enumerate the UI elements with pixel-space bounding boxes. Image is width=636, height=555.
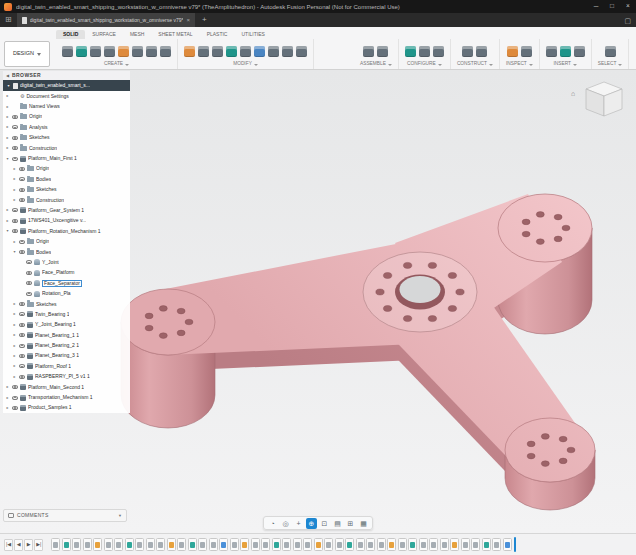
tree-item[interactable]: ▸Sketches <box>3 299 130 309</box>
browser-root-item[interactable]: ▾ digital_twin_enabled_smart_s... <box>3 80 130 91</box>
toolbar-group-label[interactable]: CREATE <box>104 62 129 67</box>
expand-arrow-icon[interactable]: ▸ <box>12 240 17 244</box>
tree-item[interactable]: ▸Platform_Gear_System 1 <box>3 205 130 215</box>
ribbon-tab-sheet-metal[interactable]: SHEET METAL <box>151 30 199 39</box>
tree-item[interactable]: ▸Planet_Bearing_2 1 <box>3 340 130 350</box>
visibility-eye-icon[interactable] <box>12 125 18 129</box>
expand-arrow-icon[interactable]: ▸ <box>12 167 17 171</box>
tool-icon[interactable] <box>560 46 571 57</box>
timeline-feature-icon[interactable] <box>356 538 365 551</box>
expand-arrow-icon[interactable]: ▸ <box>5 115 10 119</box>
browser-collapse-icon[interactable]: ◀ <box>6 74 9 78</box>
visibility-eye-icon[interactable] <box>12 396 18 400</box>
visibility-eye-icon[interactable] <box>12 385 18 389</box>
timeline-feature-icon[interactable] <box>51 538 60 551</box>
tool-icon[interactable] <box>254 46 265 57</box>
visibility-eye-icon[interactable] <box>19 323 25 327</box>
expand-arrow-icon[interactable]: ▸ <box>5 136 10 140</box>
visibility-eye-icon[interactable] <box>12 208 18 212</box>
expand-arrow-icon[interactable]: ▸ <box>12 323 17 327</box>
tool-icon[interactable] <box>377 46 388 57</box>
timeline-feature-icon[interactable] <box>366 538 375 551</box>
timeline-feature-icon[interactable] <box>503 538 512 551</box>
visibility-eye-icon[interactable] <box>12 157 18 161</box>
tool-icon[interactable] <box>76 46 87 57</box>
timeline-feature-icon[interactable] <box>492 538 501 551</box>
minimize-button[interactable]: ─ <box>588 0 604 13</box>
tree-item[interactable]: ▸⚙Document Settings <box>3 91 130 101</box>
toolbar-group-label[interactable]: INSERT <box>554 62 578 67</box>
visibility-eye-icon[interactable] <box>12 146 18 150</box>
ribbon-tab-solid[interactable]: SOLID <box>56 30 85 39</box>
visibility-eye-icon[interactable] <box>12 115 18 119</box>
expand-arrow-icon[interactable]: ▸ <box>5 105 10 109</box>
tree-item[interactable]: ▸Analysis <box>3 122 130 132</box>
timeline-feature-icon[interactable] <box>303 538 312 551</box>
tool-icon[interactable] <box>90 46 101 57</box>
timeline-feature-icon[interactable] <box>188 538 197 551</box>
expand-arrow-icon[interactable]: ▸ <box>5 208 10 212</box>
expand-arrow-icon[interactable]: ▸ <box>12 312 17 316</box>
expand-arrow-icon[interactable]: ▸ <box>5 406 10 410</box>
tool-icon[interactable] <box>462 46 473 57</box>
tree-item[interactable]: ▸Y_Joint_Bearing 1 <box>3 320 130 330</box>
toolbar-group-label[interactable]: MODIFY <box>233 62 258 67</box>
timeline-feature-icon[interactable] <box>209 538 218 551</box>
timeline-feature-icon[interactable] <box>156 538 165 551</box>
timeline-feature-icon[interactable] <box>261 538 270 551</box>
timeline-feature-icon[interactable] <box>198 538 207 551</box>
tool-icon[interactable] <box>198 46 209 57</box>
tab-close-icon[interactable]: × <box>186 17 190 23</box>
timeline-feature-icon[interactable] <box>482 538 491 551</box>
timeline-feature-icon[interactable] <box>272 538 281 551</box>
tool-icon[interactable] <box>146 46 157 57</box>
expand-arrow-icon[interactable]: ▾ <box>6 84 11 88</box>
tree-item[interactable]: ▸Bodies <box>3 174 130 184</box>
expand-arrow-icon[interactable]: ▸ <box>5 94 10 98</box>
tab-overview-icon[interactable]: ▢ <box>624 17 631 24</box>
tree-item[interactable]: ▾Platform_Rotation_Mechanism 1 <box>3 226 130 236</box>
ribbon-tab-plastic[interactable]: PLASTIC <box>200 30 235 39</box>
toolbar-group-label[interactable]: INSPECT <box>506 62 533 67</box>
visibility-eye-icon[interactable] <box>19 344 25 348</box>
tree-item[interactable]: ▸Planet_Bearing_1 1 <box>3 330 130 340</box>
expand-arrow-icon[interactable]: ▸ <box>5 396 10 400</box>
expand-arrow-icon[interactable]: ▸ <box>12 344 17 348</box>
tree-item[interactable]: Y_Joint <box>3 257 130 267</box>
timeline-feature-icon[interactable] <box>104 538 113 551</box>
expand-arrow-icon[interactable]: ▸ <box>12 375 17 379</box>
workspace-selector[interactable]: DESIGN <box>4 41 50 67</box>
tool-icon[interactable] <box>160 46 171 57</box>
timeline-feature-icon[interactable] <box>282 538 291 551</box>
nav-orbit-icon[interactable]: ◔ <box>267 518 278 529</box>
visibility-eye-icon[interactable] <box>26 260 32 264</box>
tool-icon[interactable] <box>212 46 223 57</box>
tree-item[interactable]: Face_Separator <box>3 278 130 288</box>
nav-display-settings-icon[interactable]: ▤ <box>332 518 343 529</box>
visibility-eye-icon[interactable] <box>19 364 25 368</box>
visibility-eye-icon[interactable] <box>19 250 25 254</box>
visibility-eye-icon[interactable] <box>12 136 18 140</box>
toolbar-group-label[interactable]: ASSEMBLE <box>360 62 392 67</box>
timeline-feature-icon[interactable] <box>461 538 470 551</box>
nav-fit-view-icon[interactable]: ⊡ <box>319 518 330 529</box>
expand-arrow-icon[interactable]: ▸ <box>12 333 17 337</box>
timeline-feature-icon[interactable] <box>335 538 344 551</box>
timeline-feature-icon[interactable] <box>62 538 71 551</box>
expand-arrow-icon[interactable]: ▸ <box>12 302 17 306</box>
timeline-feature-icon[interactable] <box>93 538 102 551</box>
expand-arrow-icon[interactable]: ▸ <box>5 146 10 150</box>
timeline-feature-icon[interactable] <box>251 538 260 551</box>
visibility-eye-icon[interactable] <box>19 167 25 171</box>
visibility-eye-icon[interactable] <box>19 177 25 181</box>
timeline-position-marker[interactable] <box>514 537 516 552</box>
tool-icon[interactable] <box>240 46 251 57</box>
expand-arrow-icon[interactable]: ▸ <box>5 125 10 129</box>
tool-icon[interactable] <box>118 46 129 57</box>
timeline-feature-icon[interactable] <box>240 538 249 551</box>
tree-item[interactable]: ▸Product_Samples 1 <box>3 403 130 413</box>
toolbar-group-label[interactable]: SELECT <box>598 62 623 67</box>
timeline-feature-icon[interactable] <box>72 538 81 551</box>
expand-arrow-icon[interactable]: ▸ <box>12 364 17 368</box>
visibility-eye-icon[interactable] <box>19 354 25 358</box>
